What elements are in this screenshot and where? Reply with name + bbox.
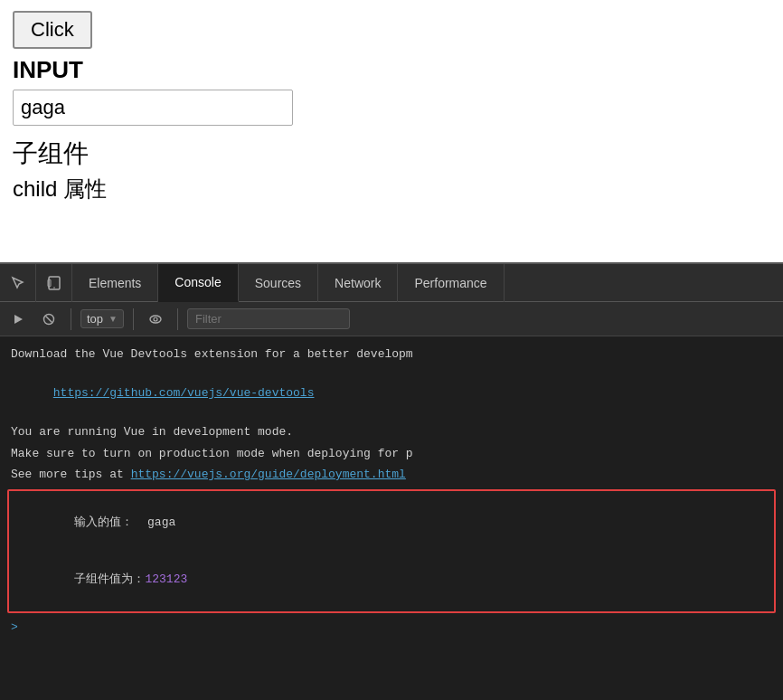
child-label: 子组件: [13, 137, 770, 171]
toolbar-separator-2: [133, 308, 134, 330]
toolbar-separator: [71, 308, 71, 330]
click-button[interactable]: Click: [13, 11, 92, 49]
console-toolbar: top ▼: [0, 302, 783, 336]
input-label: INPUT: [13, 56, 770, 84]
devtools-panel: Elements Console Sources Network Perform…: [0, 262, 783, 700]
toolbar-separator-3: [177, 308, 178, 330]
devtools-tab-bar: Elements Console Sources Network Perform…: [0, 264, 783, 302]
clear-icon[interactable]: [36, 307, 61, 332]
console-link-1[interactable]: https://github.com/vuejs/vue-devtools: [0, 365, 783, 422]
child-value-label: 子组件值为：: [74, 572, 145, 586]
page-area: Click INPUT 子组件 child 属性: [0, 0, 783, 262]
context-label: top: [87, 312, 103, 326]
tab-console[interactable]: Console: [158, 264, 238, 302]
console-message-1: Download the Vue Devtools extension for …: [0, 344, 783, 365]
console-message-4: See more tips at https://vuejs.org/guide…: [0, 464, 783, 486]
child-value: 123123: [145, 572, 187, 586]
console-message-3: Make sure to turn on production mode whe…: [0, 443, 783, 465]
play-icon[interactable]: [5, 307, 31, 332]
tab-sources[interactable]: Sources: [239, 264, 318, 302]
svg-point-7: [154, 317, 157, 321]
filter-input[interactable]: [187, 308, 350, 329]
console-highlighted-block: 输入的值： gaga 子组件值为：123123: [7, 489, 776, 613]
eye-icon[interactable]: [143, 307, 168, 332]
console-prompt[interactable]: >: [0, 617, 783, 638]
text-input[interactable]: [13, 90, 293, 126]
child-value-line: 子组件值为：123123: [14, 551, 769, 608]
context-selector[interactable]: top ▼: [80, 309, 124, 328]
chevron-down-icon: ▼: [108, 314, 118, 324]
svg-point-2: [53, 287, 55, 289]
inspector-icon[interactable]: [0, 264, 36, 302]
vue-devtools-link[interactable]: https://github.com/vuejs/vue-devtools: [53, 386, 315, 400]
tab-elements[interactable]: Elements: [72, 264, 158, 302]
input-value-line: 输入的值： gaga: [14, 495, 769, 552]
tab-performance[interactable]: Performance: [398, 264, 504, 302]
tab-network[interactable]: Network: [318, 264, 398, 302]
child-attr: child 属性: [13, 175, 770, 203]
svg-marker-3: [14, 315, 23, 324]
svg-line-5: [46, 316, 52, 322]
console-message-2: You are running Vue in development mode.: [0, 421, 783, 443]
svg-point-6: [150, 316, 161, 323]
deployment-link[interactable]: https://vuejs.org/guide/deployment.html: [131, 468, 406, 481]
device-icon[interactable]: [36, 264, 72, 302]
input-value-label: 输入的值：: [74, 516, 147, 529]
console-output: Download the Vue Devtools extension for …: [0, 336, 783, 700]
input-value: gaga: [147, 516, 175, 529]
